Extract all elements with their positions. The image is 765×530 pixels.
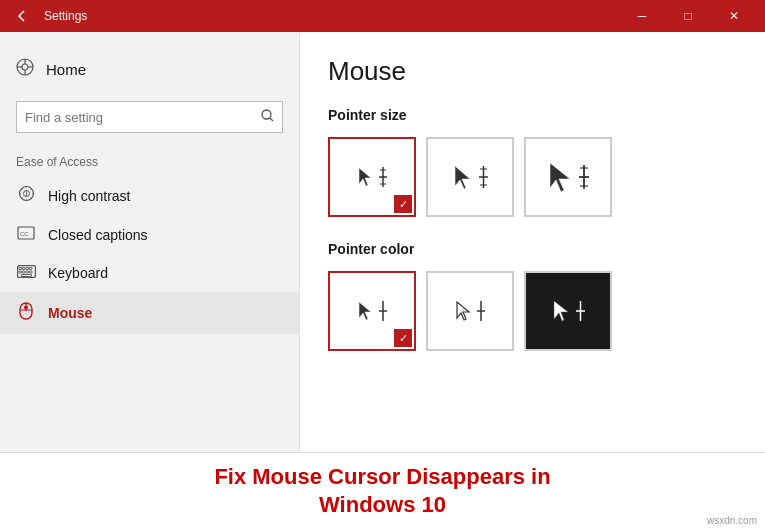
- pointer-size-card-1[interactable]: ✓: [328, 137, 416, 217]
- title-bar-text: Settings: [44, 9, 619, 23]
- sidebar-item-home[interactable]: Home: [0, 48, 299, 91]
- sidebar-item-keyboard[interactable]: Keyboard: [0, 254, 299, 292]
- pointer-color-cards: ✓: [328, 271, 737, 351]
- closed-captions-icon: CC: [16, 226, 36, 244]
- title-bar: Settings ─ □ ✕: [0, 0, 765, 32]
- svg-rect-22: [19, 268, 22, 270]
- restore-button[interactable]: □: [665, 0, 711, 32]
- home-label: Home: [46, 61, 86, 78]
- pointer-size-card-3[interactable]: [524, 137, 612, 217]
- color-cursor-display-1: [357, 300, 387, 322]
- cursor-display-2: [453, 164, 488, 191]
- pointer-size-label: Pointer size: [328, 107, 737, 123]
- mouse-label: Mouse: [48, 305, 92, 321]
- svg-line-7: [270, 118, 273, 121]
- svg-rect-29: [29, 271, 32, 273]
- svg-point-1: [22, 64, 28, 70]
- sidebar-item-mouse[interactable]: Mouse: [0, 292, 299, 334]
- svg-rect-25: [29, 268, 32, 270]
- mouse-icon: [16, 302, 36, 324]
- watermark: wsxdn.com: [707, 515, 757, 526]
- search-input[interactable]: [25, 110, 261, 125]
- svg-point-6: [262, 110, 271, 119]
- cursor-display-1: [357, 166, 387, 188]
- search-box[interactable]: [16, 101, 283, 133]
- high-contrast-icon: [16, 185, 36, 206]
- selected-checkmark-1: ✓: [394, 195, 412, 213]
- svg-text:CC: CC: [20, 231, 29, 237]
- pointer-size-card-2[interactable]: [426, 137, 514, 217]
- high-contrast-label: High contrast: [48, 188, 130, 204]
- svg-rect-30: [21, 275, 31, 277]
- pointer-size-cards: ✓: [328, 137, 737, 217]
- back-button[interactable]: [8, 2, 36, 30]
- close-button[interactable]: ✕: [711, 0, 757, 32]
- svg-line-14: [30, 198, 31, 199]
- color-cursor-display-2: [455, 300, 485, 322]
- sidebar-item-closed-captions[interactable]: CC Closed captions: [0, 216, 299, 254]
- svg-rect-24: [26, 268, 29, 270]
- pointer-color-card-1[interactable]: ✓: [328, 271, 416, 351]
- svg-rect-26: [19, 271, 22, 273]
- search-icon: [261, 109, 274, 125]
- pointer-color-label: Pointer color: [328, 241, 737, 257]
- page-title: Mouse: [328, 56, 737, 87]
- banner-line1: Fix Mouse Cursor Disappears in: [0, 463, 765, 492]
- svg-rect-23: [22, 268, 25, 270]
- banner-line2: Windows 10: [0, 491, 765, 520]
- svg-rect-34: [24, 306, 28, 309]
- minimize-button[interactable]: ─: [619, 0, 665, 32]
- svg-rect-27: [22, 271, 25, 273]
- window-controls: ─ □ ✕: [619, 0, 757, 32]
- color-cursor-display-3: [552, 299, 585, 323]
- svg-rect-28: [26, 271, 29, 273]
- sidebar-section-label: Ease of Access: [0, 143, 299, 175]
- svg-line-15: [30, 189, 31, 190]
- closed-captions-label: Closed captions: [48, 227, 148, 243]
- home-icon: [16, 58, 34, 81]
- bottom-banner: Fix Mouse Cursor Disappears in Windows 1…: [0, 452, 765, 530]
- keyboard-icon: [16, 264, 36, 282]
- svg-line-13: [21, 189, 22, 190]
- svg-line-16: [21, 198, 22, 199]
- sidebar-item-high-contrast[interactable]: High contrast: [0, 175, 299, 216]
- selected-checkmark-color-1: ✓: [394, 329, 412, 347]
- cursor-display-3: [548, 161, 589, 194]
- pointer-color-card-2[interactable]: [426, 271, 514, 351]
- pointer-color-card-3[interactable]: [524, 271, 612, 351]
- keyboard-label: Keyboard: [48, 265, 108, 281]
